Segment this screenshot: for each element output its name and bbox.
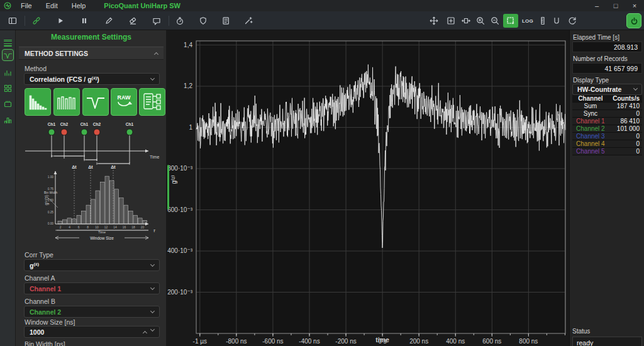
wand-icon[interactable]	[241, 14, 256, 28]
diagram-channel-marker-label: Ch2	[60, 122, 69, 126]
diagram-time-axis-label: Time	[150, 155, 159, 159]
elapsed-time-label: Elapsed Time [s]	[573, 34, 619, 41]
rail-correlation-icon[interactable]	[2, 49, 14, 61]
col-channel: Channel	[572, 95, 609, 102]
records-value: 41 657 999	[572, 63, 642, 74]
method-report-button[interactable]	[139, 88, 165, 116]
comment-icon[interactable]	[149, 14, 164, 28]
section-header-label: METHOD SETTINGS	[25, 50, 88, 57]
pen-icon[interactable]	[101, 14, 116, 28]
panel-toggle-icon[interactable]	[5, 14, 20, 28]
channel-b-dropdown[interactable]: Channel 2	[24, 306, 160, 318]
svg-text:8: 8	[87, 226, 89, 229]
power-button[interactable]	[626, 13, 641, 28]
svg-text:Δt: Δt	[88, 165, 93, 169]
status-value: ready	[572, 337, 642, 346]
journal-icon[interactable]	[218, 14, 233, 28]
method-settings-header[interactable]: METHOD SETTINGS	[19, 47, 164, 60]
diagram-xlabel: Time	[98, 230, 106, 234]
svg-text:1.00: 1.00	[48, 176, 54, 179]
method-antibunching-button[interactable]	[82, 88, 109, 116]
status-label: Status	[572, 328, 642, 335]
right-info-panel: Elapsed Time [s] 208.913 Number of Recor…	[569, 30, 644, 346]
app-logo	[3, 1, 12, 11]
maximize-button[interactable]: □	[606, 0, 625, 11]
method-histogram-button[interactable]	[25, 88, 51, 116]
rail-histogram-icon[interactable]	[2, 114, 14, 126]
corr-type-dropdown[interactable]: g⁽²⁾	[24, 259, 160, 271]
minimize-button[interactable]: –	[587, 0, 606, 11]
svg-text:400·10⁻³: 400·10⁻³	[167, 247, 192, 254]
panel-splitter-handle[interactable]	[167, 165, 169, 209]
channel-a-dropdown[interactable]: Channel 1	[24, 282, 160, 294]
method-value: Correlation (FCS / g⁽²⁾)	[30, 75, 99, 83]
correlation-diagram: Ch1Ch2Ch1Ch2Ch1 Time ΔtΔtΔt g⁽²⁾(τ) 1.00…	[19, 118, 165, 243]
close-button[interactable]: ×	[625, 0, 644, 11]
channel-table: Channel Counts/s Sum187 410Sync0Channel …	[572, 95, 642, 155]
svg-text:400 ns: 400 ns	[446, 338, 465, 345]
unzoom-axis-icon[interactable]	[549, 14, 564, 28]
window-size-spinner[interactable]: 1000	[24, 326, 160, 338]
rail-device-icon[interactable]	[2, 98, 14, 110]
method-timetrace-button[interactable]	[53, 88, 80, 116]
spinner-up-icon[interactable]	[143, 330, 147, 335]
log-scale-button[interactable]: LOG	[520, 14, 535, 28]
svg-text:-200 ns: -200 ns	[335, 338, 356, 345]
corr-type-value: g⁽²⁾	[30, 262, 39, 269]
svg-text:4: 4	[69, 226, 70, 229]
menu-help[interactable]: Help	[65, 2, 93, 9]
plot-background	[196, 41, 565, 333]
toolbar-separator	[25, 16, 25, 26]
toolbar-separator	[169, 16, 169, 26]
bin-width-label: Bin Width [ps]	[25, 340, 65, 346]
svg-text:10: 10	[95, 226, 99, 229]
play-icon[interactable]	[53, 14, 68, 28]
zoom-out-icon[interactable]	[487, 14, 502, 28]
channel-b-value: Channel 2	[30, 308, 61, 316]
table-row: Sync0	[572, 110, 642, 118]
stopwatch-icon[interactable]	[172, 14, 187, 28]
pan-icon[interactable]	[426, 14, 441, 28]
shield-icon[interactable]	[196, 14, 211, 28]
hamburger-menu-icon[interactable]	[2, 34, 14, 46]
g2-correlation-plot[interactable]: -1 µs-800 ns-600 ns-400 ns-200 ns0 s200 …	[167, 30, 569, 346]
panel-title: Measurement Settings	[16, 33, 167, 42]
rail-countrate-icon[interactable]	[2, 67, 14, 79]
left-icon-rail	[0, 30, 16, 346]
x-axis-title: time	[375, 336, 389, 343]
table-row: Channel 50	[572, 148, 642, 155]
fit-width-icon[interactable]	[458, 14, 474, 28]
measurement-settings-panel: Measurement Settings METHOD SETTINGS Met…	[16, 30, 167, 346]
method-dropdown[interactable]: Correlation (FCS / g⁽²⁾)	[24, 73, 160, 85]
spinner-down-icon[interactable]	[150, 326, 155, 331]
window-size-value: 1000	[30, 328, 44, 336]
window-size-label: Window Size [ns]	[25, 318, 75, 326]
svg-text:1,2: 1,2	[184, 82, 192, 89]
fit-all-icon[interactable]	[443, 14, 458, 28]
diagram-channel-marker-label: Ch1	[48, 122, 56, 126]
menu-edit[interactable]: Edit	[39, 2, 65, 9]
axis-ruler-icon[interactable]	[535, 14, 550, 28]
zoom-in-icon[interactable]	[473, 14, 488, 28]
svg-text:-600 ns: -600 ns	[262, 338, 283, 345]
box-zoom-icon[interactable]	[503, 14, 518, 28]
svg-text:600 ns: 600 ns	[482, 338, 501, 345]
display-type-dropdown[interactable]: HW-Countrate	[572, 84, 642, 95]
svg-text:600·10⁻³: 600·10⁻³	[167, 206, 192, 213]
method-raw-button[interactable]: RAW	[111, 88, 137, 116]
diagram-channel-marker-label: Ch1	[126, 122, 134, 126]
method-label: Method	[25, 65, 47, 72]
svg-text:800 ns: 800 ns	[519, 338, 538, 345]
reset-view-icon[interactable]	[565, 14, 580, 28]
chart-area[interactable]: -1 µs-800 ns-600 ns-400 ns-200 ns0 s200 …	[167, 30, 569, 346]
svg-text:200 ns: 200 ns	[409, 338, 428, 345]
pause-icon[interactable]	[77, 14, 92, 28]
eraser-icon[interactable]	[125, 14, 140, 28]
collapse-chevron-icon	[154, 52, 158, 56]
diagram-windowsize-label: Window Size	[90, 236, 114, 240]
toolbar: LOG	[0, 11, 644, 30]
rail-grid-icon[interactable]	[2, 82, 14, 94]
menu-file[interactable]: File	[14, 2, 39, 9]
channel-a-value: Channel 1	[30, 285, 61, 293]
link-device-icon[interactable]	[29, 14, 44, 28]
